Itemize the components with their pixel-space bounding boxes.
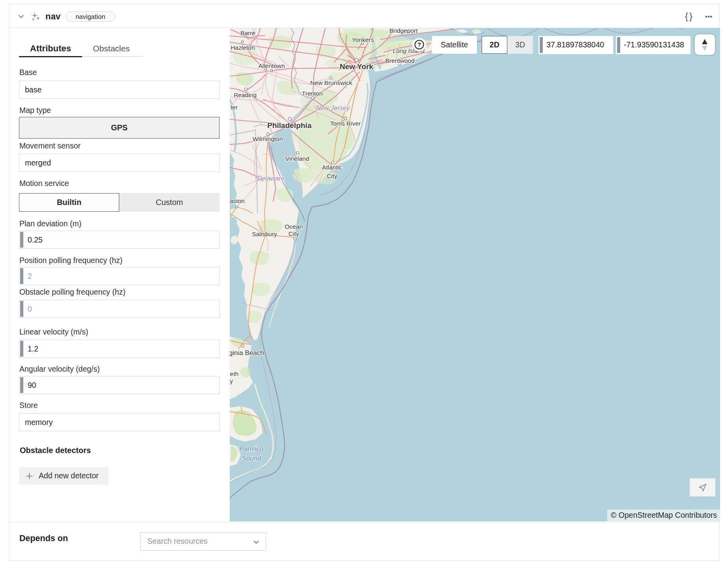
- svg-text:Wilmington: Wilmington: [253, 135, 283, 142]
- svg-text:Atlantic: Atlantic: [322, 164, 342, 171]
- svg-text:Delaware: Delaware: [257, 175, 285, 182]
- svg-text:Salisbury: Salisbury: [252, 231, 277, 237]
- svg-text:Virginia Beach: Virginia Beach: [230, 349, 264, 357]
- svg-text:Hazleton: Hazleton: [231, 44, 255, 51]
- svg-text:New Brunswick: New Brunswick: [310, 79, 352, 86]
- svg-text:Ocean: Ocean: [285, 223, 303, 230]
- svg-text:ty: ty: [230, 378, 233, 384]
- svg-text:Barre: Barre: [240, 30, 255, 36]
- svg-text:Sound: Sound: [242, 455, 261, 462]
- svg-text:City: City: [327, 173, 338, 179]
- svg-text:New York: New York: [340, 62, 373, 71]
- svg-text:Brentwood: Brentwood: [385, 57, 415, 64]
- svg-text:Pamlico: Pamlico: [240, 445, 263, 453]
- svg-text:New Jersey: New Jersey: [316, 104, 351, 111]
- svg-text:Allentown: Allentown: [258, 62, 285, 69]
- svg-text:Reading: Reading: [234, 92, 257, 98]
- svg-text:ter: ter: [231, 104, 238, 111]
- svg-text:Trenton: Trenton: [302, 90, 323, 97]
- svg-text:Yonkers: Yonkers: [352, 36, 374, 43]
- svg-text:City: City: [289, 230, 299, 237]
- svg-text:Toms River: Toms River: [330, 120, 361, 127]
- svg-text:Vineland: Vineland: [285, 155, 309, 162]
- svg-text:Bridgeport: Bridgeport: [389, 28, 418, 34]
- svg-text:beth: beth: [230, 370, 238, 377]
- svg-text:aston: aston: [230, 197, 245, 204]
- svg-text:Philadelphia: Philadelphia: [267, 121, 311, 130]
